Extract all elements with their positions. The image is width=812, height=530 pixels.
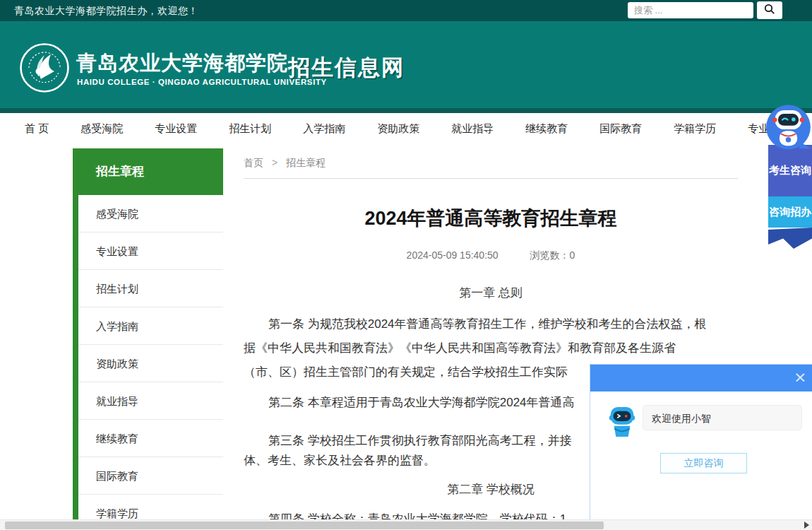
chat-widget: × 欢迎使用小智 立即咨询: [590, 364, 812, 521]
header-bottom-strip: [0, 108, 812, 113]
nav-item-experience[interactable]: 感受海院: [80, 122, 123, 136]
chapter1-heading: 第一章 总则: [244, 285, 738, 301]
breadcrumb-current: 招生章程: [286, 157, 326, 168]
search-icon: [764, 4, 775, 17]
search-box: [628, 2, 753, 18]
consult-admissions-button[interactable]: 咨询招办: [768, 196, 812, 228]
school-logo-icon: [19, 42, 70, 93]
horizontal-scrollbar[interactable]: [0, 519, 812, 530]
site-title: 招生信息网: [288, 53, 405, 83]
welcome-text: 青岛农业大学海都学院招生办，欢迎您！: [14, 5, 198, 18]
sidebar-title: 招生章程: [78, 148, 223, 195]
close-icon[interactable]: ×: [794, 368, 806, 387]
nav-item-international-edu[interactable]: 国际教育: [599, 122, 642, 136]
article-meta: 2024-05-09 15:40:50 浏览数：0: [244, 249, 738, 262]
sidebar-item-employment[interactable]: 就业指导: [78, 382, 223, 420]
sidebar-item-continuing-edu[interactable]: 继续教育: [78, 420, 223, 457]
nav-item-student-records[interactable]: 学籍学历: [674, 122, 716, 136]
sidebar-green-strip: [73, 148, 78, 519]
sidebar-item-experience[interactable]: 感受海院: [78, 195, 223, 232]
article-line: 据《中华人民共和国教育法》《中华人民共和国高等教育法》和教育部及各生源省: [244, 340, 738, 356]
nav-item-majors[interactable]: 专业设置: [155, 122, 197, 136]
nav-item-continuing-edu[interactable]: 继续教育: [525, 122, 568, 136]
search-button[interactable]: [757, 1, 782, 19]
scrollbar-thumb[interactable]: [5, 522, 604, 529]
article-date: 2024-05-09 15:40:50: [407, 249, 498, 262]
nav-item-admission-guide[interactable]: 入学指南: [303, 122, 345, 136]
sidebar-item-funding-policy[interactable]: 资助政策: [78, 345, 223, 382]
breadcrumb-home-link[interactable]: 首页: [244, 157, 263, 168]
consult-now-button[interactable]: 立即咨询: [660, 453, 747, 473]
article-views: 浏览数：0: [530, 249, 575, 262]
chat-robot-avatar: [606, 404, 638, 440]
nav-item-funding-policy[interactable]: 资助政策: [377, 122, 419, 136]
main-nav: 首 页 感受海院 专业设置 招生计划 入学指南 资助政策 就业指导 继续教育 国…: [0, 113, 812, 145]
breadcrumb: 首页>招生章程: [244, 152, 738, 179]
article-title: 2024年普通高等教育招生章程: [244, 206, 738, 231]
article-line: 第一条 为规范我校2024年普通高等教育招生工作，维护学校和考生的合法权益，根: [244, 316, 763, 332]
sidebar-item-majors[interactable]: 专业设置: [78, 232, 223, 270]
chat-welcome-message: 欢迎使用小智: [643, 405, 802, 430]
robot-mascot-icon[interactable]: [765, 103, 812, 153]
school-name-cn: 青岛农业大学海都学院: [76, 49, 288, 78]
sidebar-item-international-edu[interactable]: 国际教育: [78, 457, 223, 495]
top-bar: 青岛农业大学海都学院招生办，欢迎您！: [0, 0, 812, 21]
scrollbar-right-arrow-icon[interactable]: [804, 522, 809, 529]
nav-item-home[interactable]: 首 页: [25, 122, 49, 136]
site-header: 青岛农业大学海都学院 HAIDU COLLEGE · QINGDAO AGRIC…: [0, 21, 812, 108]
chat-header: ×: [590, 365, 812, 391]
sidebar-item-enroll-plan[interactable]: 招生计划: [78, 270, 223, 307]
search-input[interactable]: [628, 2, 753, 18]
nav-item-employment[interactable]: 就业指导: [451, 122, 494, 136]
panel-ribbon: [768, 228, 812, 249]
breadcrumb-separator: >: [272, 157, 277, 168]
nav-item-enroll-plan[interactable]: 招生计划: [229, 122, 271, 136]
sidebar-item-admission-guide[interactable]: 入学指南: [78, 307, 223, 345]
